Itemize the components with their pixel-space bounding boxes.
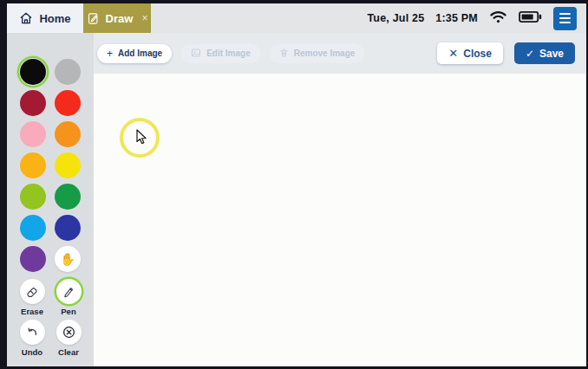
status-date: Tue, Jul 25 bbox=[367, 12, 424, 24]
swatch-purple[interactable] bbox=[20, 246, 46, 272]
close-label: Close bbox=[463, 48, 492, 60]
hamburger-menu-icon bbox=[559, 13, 571, 24]
add-image-label: Add Image bbox=[118, 49, 162, 58]
eraser-icon bbox=[20, 279, 45, 304]
tab-draw-label: Draw bbox=[106, 12, 134, 25]
mouse-cursor-icon bbox=[134, 129, 148, 149]
drawing-canvas[interactable] bbox=[94, 74, 586, 366]
right-column: + Add Image Edit Image bbox=[94, 33, 586, 366]
color-palette: ✋ bbox=[20, 59, 81, 272]
color-tool-sidebar: ✋ Erase bbox=[7, 33, 94, 366]
trash-icon bbox=[279, 48, 289, 60]
app-window: Home Draw × Tue, Jul 25 1:35 PM bbox=[0, 0, 588, 369]
pen-icon bbox=[56, 279, 82, 304]
swatch-gray[interactable] bbox=[55, 59, 81, 85]
undo-arrow-icon bbox=[20, 320, 45, 345]
swatch-pink[interactable] bbox=[20, 121, 46, 147]
pen-tool-button[interactable]: Pen bbox=[50, 279, 87, 316]
tab-draw-close-icon[interactable]: × bbox=[141, 13, 147, 23]
swatch-red[interactable] bbox=[55, 90, 81, 116]
image-icon bbox=[191, 48, 201, 60]
top-bar: Home Draw × Tue, Jul 25 1:35 PM bbox=[7, 3, 586, 33]
status-group: Tue, Jul 25 1:35 PM bbox=[367, 3, 586, 33]
plus-icon: + bbox=[107, 48, 113, 60]
save-label: Save bbox=[539, 48, 564, 60]
save-button[interactable]: ✓ Save bbox=[514, 42, 575, 64]
erase-label: Erase bbox=[21, 307, 43, 316]
check-icon: ✓ bbox=[526, 48, 534, 60]
image-toolbar: + Add Image Edit Image bbox=[94, 33, 586, 74]
tab-draw[interactable]: Draw × bbox=[83, 3, 151, 33]
erase-tool-button[interactable]: Erase bbox=[14, 279, 50, 316]
tool-buttons: Erase Pen bbox=[14, 279, 87, 357]
main-row: ✋ Erase bbox=[7, 33, 586, 366]
tab-home-label: Home bbox=[39, 12, 70, 25]
swatch-orange[interactable] bbox=[55, 121, 81, 147]
close-x-icon: ✕ bbox=[448, 47, 458, 60]
status-time: 1:35 PM bbox=[435, 12, 478, 24]
toolbar-right-group: ✕ Close ✓ Save bbox=[437, 42, 575, 64]
draw-icon bbox=[87, 12, 100, 25]
swatch-dark-red[interactable] bbox=[20, 90, 46, 116]
swatch-yellow[interactable] bbox=[55, 152, 81, 178]
pen-label: Pen bbox=[61, 307, 75, 316]
clear-label: Clear bbox=[58, 347, 79, 357]
wifi-icon bbox=[489, 10, 507, 28]
undo-tool-button[interactable]: Undo bbox=[14, 320, 50, 357]
remove-image-button: Remove Image bbox=[270, 44, 365, 63]
hand-tool[interactable]: ✋ bbox=[55, 246, 81, 272]
clear-tool-button[interactable]: Clear bbox=[50, 320, 87, 357]
battery-icon bbox=[519, 10, 542, 27]
undo-label: Undo bbox=[22, 347, 42, 357]
app-inner: Home Draw × Tue, Jul 25 1:35 PM bbox=[7, 3, 586, 366]
tab-home[interactable]: Home bbox=[7, 3, 83, 33]
swatch-amber[interactable] bbox=[20, 152, 46, 178]
edit-image-button: Edit Image bbox=[181, 44, 260, 63]
clear-circle-x-icon bbox=[56, 320, 82, 345]
swatch-blue[interactable] bbox=[55, 215, 81, 241]
close-button[interactable]: ✕ Close bbox=[437, 42, 503, 64]
swatch-lime[interactable] bbox=[20, 184, 46, 210]
edit-image-label: Edit Image bbox=[206, 49, 251, 58]
add-image-button[interactable]: + Add Image bbox=[97, 44, 172, 63]
home-icon bbox=[19, 11, 33, 25]
menu-button[interactable] bbox=[553, 7, 577, 30]
swatch-sky-blue[interactable] bbox=[20, 215, 46, 241]
swatch-green[interactable] bbox=[55, 184, 81, 210]
remove-image-label: Remove Image bbox=[294, 49, 356, 58]
swatch-black[interactable] bbox=[20, 59, 46, 85]
hand-icon: ✋ bbox=[60, 253, 75, 265]
